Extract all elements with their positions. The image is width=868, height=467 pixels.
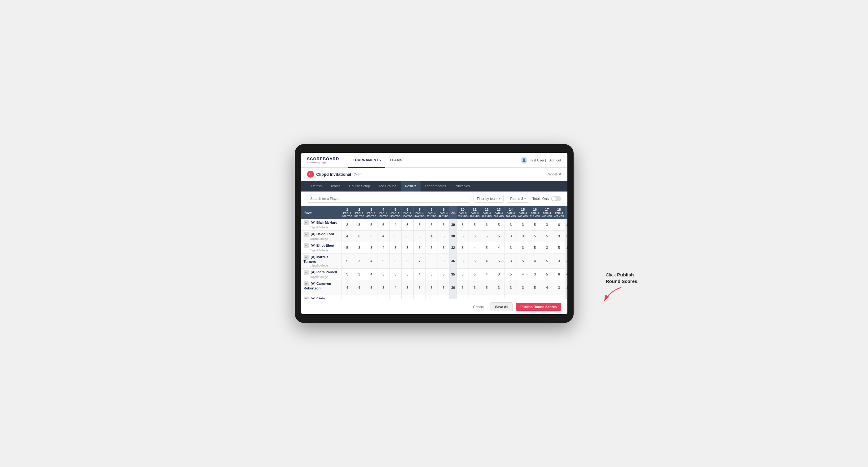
score-hole-2[interactable]: 3 [353,219,365,230]
score-hole-6[interactable]: 4 [401,295,413,299]
score-hole-8[interactable]: 3 [426,269,438,280]
round-select[interactable]: Round 3 ▾ [507,195,529,203]
score-hole-18[interactable]: 3 [553,280,565,295]
score-hole-10[interactable]: 6 [457,280,469,295]
score-hole-2[interactable]: 3 [353,242,365,253]
score-hole-10[interactable]: 3 [457,253,469,269]
score-hole-15[interactable]: 5 [517,253,529,269]
score-hole-3[interactable]: 4 [365,295,377,299]
score-hole-8[interactable]: 3 [426,280,438,295]
score-hole-1[interactable]: 5 [341,242,353,253]
score-hole-4[interactable]: 3 [377,280,390,295]
score-hole-17[interactable]: 5 [541,269,553,280]
score-hole-11[interactable]: 5 [469,230,480,242]
score-hole-12[interactable]: 5 [480,230,493,242]
score-hole-11[interactable]: 5 [469,269,480,280]
score-hole-15[interactable]: 3 [517,230,529,242]
score-hole-4[interactable]: 5 [377,295,390,299]
score-hole-1[interactable]: 4 [341,280,353,295]
score-hole-17[interactable]: 3 [541,295,553,299]
score-hole-12[interactable]: 4 [480,253,493,269]
score-hole-14[interactable]: 3 [505,280,517,295]
score-hole-18[interactable]: 3 [553,295,565,299]
score-hole-4[interactable]: 5 [377,269,390,280]
score-hole-18[interactable]: 6 [553,219,565,230]
score-hole-7[interactable]: 4 [413,269,426,280]
score-hole-16[interactable]: 4 [529,295,541,299]
score-hole-9[interactable]: 5 [438,269,450,280]
score-hole-9[interactable]: 3 [438,253,450,269]
score-hole-1[interactable]: 3 [341,295,353,299]
score-hole-12[interactable]: 5 [480,280,493,295]
score-hole-10[interactable]: 3 [457,242,469,253]
score-hole-9[interactable]: 5 [438,230,450,242]
tab-printables[interactable]: Printables [450,181,474,191]
score-hole-15[interactable]: 3 [517,280,529,295]
score-hole-8[interactable]: 3 [426,253,438,269]
score-hole-14[interactable]: 3 [505,253,517,269]
score-hole-7[interactable]: 3 [413,230,426,242]
score-hole-7[interactable]: 5 [413,219,426,230]
score-hole-10[interactable]: 3 [457,230,469,242]
score-hole-1[interactable]: 4 [341,230,353,242]
tab-details[interactable]: Details [307,181,326,191]
score-hole-5[interactable]: 3 [390,295,402,299]
score-hole-17[interactable]: 5 [541,230,553,242]
score-hole-15[interactable]: 3 [517,242,529,253]
score-hole-9[interactable]: 3 [438,219,450,230]
score-hole-13[interactable]: 4 [493,295,505,299]
filter-by-team-select[interactable]: Filter by team ▾ [473,195,504,203]
score-hole-8[interactable]: 6 [426,219,438,230]
score-hole-3[interactable]: 3 [365,230,377,242]
score-hole-11[interactable]: 5 [469,219,480,230]
score-hole-6[interactable]: 3 [401,242,413,253]
score-hole-11[interactable]: 3 [469,280,480,295]
score-hole-7[interactable]: 5 [413,280,426,295]
score-hole-11[interactable]: 5 [469,295,480,299]
score-hole-12[interactable]: 5 [480,242,493,253]
score-hole-5[interactable]: 3 [390,253,402,269]
score-hole-7[interactable]: 5 [413,242,426,253]
toggle-switch[interactable] [551,196,561,201]
score-hole-13[interactable]: 5 [493,253,505,269]
score-hole-18[interactable]: 5 [553,242,565,253]
score-hole-14[interactable]: 3 [505,219,517,230]
score-hole-16[interactable]: 3 [529,269,541,280]
score-hole-1[interactable]: 5 [341,253,353,269]
score-hole-14[interactable]: 5 [505,269,517,280]
score-hole-17[interactable]: 3 [541,242,553,253]
score-hole-13[interactable]: 4 [493,242,505,253]
tab-results[interactable]: Results [401,181,421,191]
score-hole-14[interactable]: 3 [505,230,517,242]
score-hole-13[interactable]: 5 [493,230,505,242]
score-hole-5[interactable]: 3 [390,230,402,242]
score-hole-2[interactable]: 6 [353,230,365,242]
score-hole-1[interactable]: 3 [341,219,353,230]
score-hole-9[interactable]: 5 [438,242,450,253]
score-hole-2[interactable]: 4 [353,295,365,299]
score-hole-15[interactable]: 4 [517,269,529,280]
score-hole-7[interactable]: 3 [413,295,426,299]
score-hole-15[interactable]: 3 [517,219,529,230]
nav-tournaments[interactable]: TOURNAMENTS [348,153,385,168]
score-hole-5[interactable]: 3 [390,269,402,280]
score-hole-2[interactable]: 3 [353,269,365,280]
score-hole-16[interactable]: 5 [529,242,541,253]
score-hole-10[interactable]: 3 [457,295,469,299]
tab-course-setup[interactable]: Course Setup [345,181,374,191]
score-hole-6[interactable]: 3 [401,219,413,230]
score-hole-2[interactable]: 3 [353,253,365,269]
score-hole-10[interactable]: 5 [457,269,469,280]
signout-link[interactable]: Sign out [549,158,561,162]
score-hole-14[interactable]: 3 [505,242,517,253]
publish-round-scores-button[interactable]: Publish Round Scores [516,303,561,311]
cancel-button[interactable]: Cancel [469,303,487,311]
score-hole-13[interactable]: 3 [493,269,505,280]
score-hole-15[interactable]: 3 [517,295,529,299]
score-hole-18[interactable]: 3 [553,253,565,269]
score-hole-5[interactable]: 4 [390,280,402,295]
score-hole-9[interactable]: 4 [438,295,450,299]
score-hole-3[interactable]: 4 [365,269,377,280]
score-hole-16[interactable]: 4 [529,253,541,269]
score-hole-5[interactable]: 3 [390,242,402,253]
